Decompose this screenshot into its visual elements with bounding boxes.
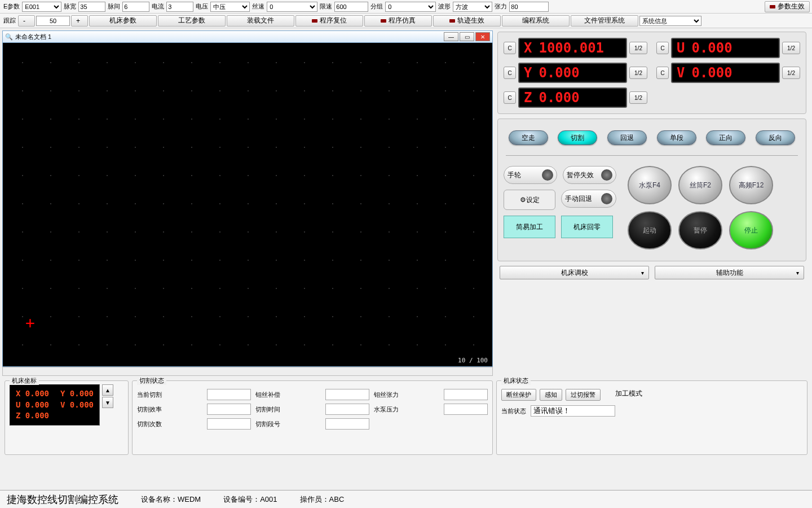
wire-drum-button[interactable]: 丝筒F2 xyxy=(678,166,722,204)
tension-input[interactable] xyxy=(509,2,549,12)
gear-icon: ⚙ xyxy=(520,196,526,204)
handwheel-toggle[interactable]: 手轮 xyxy=(504,166,557,184)
dro-clear-x[interactable]: C xyxy=(504,42,516,54)
left-controls: 手轮 暂停失效 ⚙设定 手动回退 简易加工 机床回零 xyxy=(504,166,616,249)
coord-arrow-buttons: ▲ ▼ xyxy=(102,384,113,408)
dro-clear-v[interactable]: C xyxy=(656,67,669,79)
cut-eff-input[interactable] xyxy=(207,404,251,415)
led-icon xyxy=(770,5,775,8)
group-select[interactable]: 0 xyxy=(385,2,436,12)
mode-retract[interactable]: 回退 xyxy=(607,130,647,145)
mode-forward[interactable]: 正向 xyxy=(706,130,745,145)
load-file-button[interactable]: 装载文件 xyxy=(227,15,294,27)
label: 切割效率 xyxy=(137,405,202,414)
file-mgmt-button[interactable]: 文件管理系统 xyxy=(571,15,638,27)
canvas-panel: 🔍 未命名文档 1 — ▭ ✕ + 10 / 100 xyxy=(2,30,493,376)
dro-row-y: C Y0.000 1/2 xyxy=(504,63,647,83)
canvas-scale: 10 / 100 xyxy=(458,357,488,364)
current-status-label: 当前状态 xyxy=(501,407,526,415)
canvas-scrollbar-h[interactable] xyxy=(2,367,493,376)
coord-up-button[interactable]: ▲ xyxy=(102,384,113,396)
pulse-gap-input[interactable] xyxy=(122,2,149,12)
dro-clear-z[interactable]: C xyxy=(504,91,516,104)
limit-speed-label: 限速 xyxy=(319,2,333,11)
dropdown-row: 机床调校 辅助功能 xyxy=(497,266,806,279)
coord-down-button[interactable]: ▼ xyxy=(102,397,113,408)
cut-count-input[interactable] xyxy=(207,418,251,430)
wire-speed-label: 丝速 xyxy=(251,2,266,11)
mode-single[interactable]: 单段 xyxy=(657,130,696,145)
pause-disable-toggle[interactable]: 暂停失效 xyxy=(563,166,616,184)
programming-sys-button[interactable]: 编程系统 xyxy=(502,15,570,27)
wire-break-button[interactable]: 断丝保护 xyxy=(501,389,536,401)
pump-button[interactable]: 水泵F4 xyxy=(628,166,672,204)
right-panel: C X1000.001 1/2 C U0.000 1/2 C Y0.000 1/… xyxy=(495,28,812,378)
overcut-alarm-button[interactable]: 过切报警 xyxy=(566,389,601,401)
cut-time-input[interactable] xyxy=(325,404,369,415)
apply-params-button[interactable]: 参数生效 xyxy=(765,1,810,12)
sys-info-select[interactable]: 系统信息 xyxy=(639,16,701,26)
current-cut-input[interactable] xyxy=(207,389,251,400)
highfreq-button[interactable]: 高频F12 xyxy=(729,166,773,204)
crosshair-icon: + xyxy=(25,314,35,332)
sense-button[interactable]: 感知 xyxy=(540,389,562,401)
voltage-label: 电压 xyxy=(195,2,209,11)
dro-display-y: Y0.000 xyxy=(518,63,627,83)
dro-half-y[interactable]: 1/2 xyxy=(629,67,647,79)
limit-speed-input[interactable] xyxy=(334,2,368,12)
track-minus-button[interactable]: - xyxy=(18,15,35,27)
canvas-title: 未命名文档 1 xyxy=(15,33,51,41)
dro-half-x[interactable]: 1/2 xyxy=(629,42,647,54)
setting-button[interactable]: ⚙设定 xyxy=(504,190,555,210)
stop-button[interactable]: 停止 xyxy=(729,211,773,249)
track-plus-button[interactable]: + xyxy=(71,15,88,27)
label: 切割段号 xyxy=(255,420,321,428)
pause-button[interactable]: 暂停 xyxy=(678,211,722,249)
trace-apply-button[interactable]: 轨迹生效 xyxy=(433,15,501,27)
simple-machining-button[interactable]: 简易加工 xyxy=(504,216,555,238)
eparam-select[interactable]: E001 xyxy=(22,2,61,12)
dro-group: C X1000.001 1/2 C U0.000 1/2 C Y0.000 1/… xyxy=(497,32,806,114)
toggle-knob-icon xyxy=(601,193,612,204)
machine-home-button[interactable]: 机床回零 xyxy=(561,216,613,238)
big-buttons: 水泵F4 丝筒F2 高频F12 起动 暂停 停止 xyxy=(628,166,785,249)
track-input[interactable] xyxy=(36,16,70,26)
mode-dryrun[interactable]: 空走 xyxy=(509,130,548,145)
dro-clear-u[interactable]: C xyxy=(656,42,669,54)
mode-panel: 空走 切割 回退 单段 正向 反向 手轮 暂停失效 ⚙设定 手动回退 xyxy=(497,119,806,261)
start-button[interactable]: 起动 xyxy=(628,211,672,249)
program-sim-button[interactable]: 程序仿真 xyxy=(364,15,432,27)
mode-cut[interactable]: 切割 xyxy=(558,130,597,145)
waveform-select[interactable]: 方波 xyxy=(453,2,492,12)
grid-dots xyxy=(8,49,487,361)
toolbar-row-2: 跟踪 - + 机床参数 工艺参数 装载文件 程序复位 程序仿真 轨迹生效 编程系… xyxy=(0,14,812,28)
cut-segno-input[interactable] xyxy=(325,418,369,430)
voltage-select[interactable]: 中压 xyxy=(210,2,250,12)
current-input[interactable] xyxy=(166,2,193,12)
program-reset-button[interactable]: 程序复位 xyxy=(295,15,363,27)
dro-clear-y[interactable]: C xyxy=(504,67,516,79)
dro-half-v[interactable]: 1/2 xyxy=(782,67,800,79)
led-icon xyxy=(449,19,455,23)
wire-tension-input[interactable] xyxy=(444,389,488,400)
canvas-viewport[interactable]: + 10 / 100 xyxy=(2,43,493,367)
maximize-button[interactable]: ▭ xyxy=(460,32,474,41)
manual-retract-toggle[interactable]: 手动回退 xyxy=(561,190,616,208)
dro-half-z[interactable]: 1/2 xyxy=(629,91,647,104)
mode-reverse[interactable]: 反向 xyxy=(756,130,795,145)
machine-params-button[interactable]: 机床参数 xyxy=(89,15,157,27)
top-parameter-bar: E参数 E001 脉宽 脉间 电流 电压 中压 丝速 0 限速 分组 0 波形 … xyxy=(0,0,812,14)
machine-calib-dropdown[interactable]: 机床调校 xyxy=(500,266,649,279)
wire-speed-select[interactable]: 0 xyxy=(267,2,317,12)
label: 钼丝补偿 xyxy=(255,391,321,399)
wire-comp-input[interactable] xyxy=(325,389,369,400)
close-button[interactable]: ✕ xyxy=(475,32,490,41)
minimize-button[interactable]: — xyxy=(444,32,458,41)
pulse-width-input[interactable] xyxy=(78,2,105,12)
dro-half-u[interactable]: 1/2 xyxy=(782,42,800,54)
current-label: 电流 xyxy=(151,2,165,11)
process-params-button[interactable]: 工艺参数 xyxy=(158,15,226,27)
aux-func-dropdown[interactable]: 辅助功能 xyxy=(655,266,804,279)
pump-pressure-input[interactable] xyxy=(444,404,488,415)
main-area: 🔍 未命名文档 1 — ▭ ✕ + 10 / 100 C X1000.001 1… xyxy=(0,28,812,378)
